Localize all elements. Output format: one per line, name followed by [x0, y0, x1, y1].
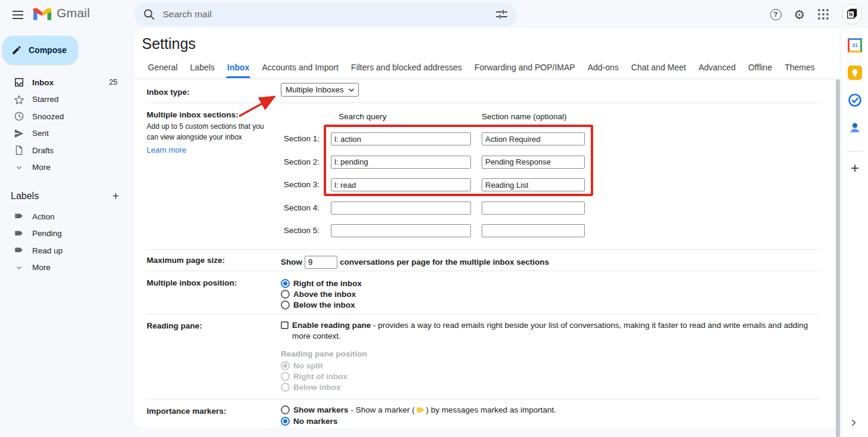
- google-apps-grid-icon[interactable]: [811, 2, 835, 26]
- tab-add-ons[interactable]: Add-ons: [587, 60, 620, 78]
- create-label-plus-icon[interactable]: +: [112, 190, 119, 202]
- collapse-panel-chevron-icon[interactable]: [848, 417, 859, 430]
- hamburger-menu-icon[interactable]: [8, 5, 29, 25]
- select-caret-icon: [349, 88, 354, 92]
- radio-show-markers[interactable]: [281, 405, 290, 414]
- sidebar-item-starred[interactable]: Starred: [0, 91, 134, 109]
- search-bar[interactable]: Search mail: [134, 2, 517, 26]
- learn-more-link[interactable]: Learn more: [147, 145, 281, 154]
- tab-advanced[interactable]: Advanced: [698, 60, 737, 78]
- google-keep-icon[interactable]: [847, 65, 863, 80]
- tab-offline[interactable]: Offline: [747, 60, 773, 78]
- inbox-icon: [13, 76, 25, 88]
- section-3-name-input[interactable]: [482, 178, 585, 191]
- column-header-section-name: Section name (optional): [482, 112, 567, 121]
- sidebar-label-pending[interactable]: Pending: [0, 225, 134, 243]
- clock-icon: [13, 110, 25, 122]
- radio-right-of-inbox-pane: [281, 372, 290, 381]
- svg-text:N: N: [849, 12, 852, 17]
- google-calendar-icon[interactable]: 31: [847, 38, 863, 53]
- notion-cube-icon: N: [845, 8, 858, 21]
- reading-pane-label: Reading pane:: [147, 314, 281, 399]
- get-add-ons-plus-icon[interactable]: +: [851, 161, 859, 175]
- column-header-search-query: Search query: [339, 112, 386, 121]
- pencil-icon: [11, 45, 22, 55]
- brand-name: Gmail: [57, 6, 90, 20]
- multiple-inbox-sections-row: Multiple inbox sections: Add up to 5 cus…: [147, 103, 819, 250]
- vertical-scrollbar[interactable]: [836, 79, 840, 437]
- search-options-icon[interactable]: [494, 8, 509, 21]
- inbox-count: 25: [109, 78, 117, 86]
- tab-labels[interactable]: Labels: [189, 60, 216, 78]
- radio-above-inbox[interactable]: [281, 290, 290, 299]
- importance-markers-row: Importance markers: Show markers - Show …: [147, 399, 819, 428]
- account-avatar[interactable]: N: [842, 4, 862, 24]
- draft-file-icon: [13, 144, 25, 156]
- help-icon[interactable]: ?: [764, 2, 788, 26]
- label-tag-icon: [13, 210, 25, 222]
- label-tag-icon: [13, 244, 25, 256]
- reading-pane-row: Reading pane: Enable reading pane - prov…: [147, 314, 819, 399]
- settings-panel: Settings General Labels Inbox Accounts a…: [134, 29, 839, 428]
- sidebar-item-inbox[interactable]: Inbox 25: [0, 74, 134, 91]
- sidebar-label-read-up[interactable]: Read up: [0, 242, 134, 259]
- page-size-input[interactable]: [305, 256, 337, 269]
- radio-no-split: [281, 361, 290, 370]
- panel-divider: [847, 151, 863, 151]
- section-4-name-input[interactable]: [482, 202, 585, 215]
- compose-button[interactable]: Compose: [2, 36, 78, 64]
- inbox-position-label: Multiple inbox position:: [147, 271, 281, 314]
- radio-right-of-inbox[interactable]: [281, 279, 290, 288]
- sections-description: Add up to 5 custom sections that you can…: [147, 122, 271, 142]
- inbox-type-select[interactable]: Multiple Inboxes: [281, 83, 359, 97]
- tab-themes[interactable]: Themes: [783, 60, 816, 78]
- chevron-down-icon: [13, 162, 25, 173]
- section-2-query-input[interactable]: [331, 156, 471, 169]
- sidebar-item-drafts[interactable]: Drafts: [0, 142, 134, 159]
- left-sidebar: Compose Inbox 25 Starred Snoozed Sent: [0, 29, 134, 437]
- tab-filters[interactable]: Filters and blocked addresses: [350, 60, 463, 78]
- chevron-down-icon: [13, 262, 25, 274]
- tab-chat-and-meet[interactable]: Chat and Meet: [630, 60, 687, 78]
- section-1-name-input[interactable]: [482, 132, 585, 145]
- right-side-panel: 31 +: [842, 29, 868, 437]
- google-tasks-icon[interactable]: [847, 92, 863, 108]
- radio-no-markers[interactable]: [281, 417, 290, 426]
- radio-below-inbox[interactable]: [281, 300, 290, 309]
- importance-markers-label: Importance markers:: [147, 399, 281, 428]
- sidebar-label-action[interactable]: Action: [0, 208, 134, 225]
- star-icon: [13, 94, 25, 106]
- settings-tabs: General Labels Inbox Accounts and Import…: [147, 60, 816, 78]
- section-4-query-input[interactable]: [331, 202, 471, 215]
- multiple-inbox-position-row: Multiple inbox position: Right of the in…: [147, 271, 819, 314]
- settings-gear-icon[interactable]: ⚙: [788, 2, 811, 26]
- section-5-name-input[interactable]: [482, 224, 585, 237]
- gmail-logo: Gmail: [33, 6, 90, 20]
- search-input[interactable]: Search mail: [163, 9, 494, 20]
- enable-reading-pane-checkbox[interactable]: [281, 321, 289, 329]
- section-5-query-input[interactable]: [331, 224, 471, 237]
- sidebar-item-snoozed[interactable]: Snoozed: [0, 108, 134, 125]
- gmail-m-icon: [33, 7, 51, 20]
- tab-forwarding[interactable]: Forwarding and POP/IMAP: [473, 60, 576, 78]
- section-3-query-input[interactable]: [331, 178, 471, 191]
- sidebar-item-more[interactable]: More: [0, 159, 134, 176]
- label-tag-icon: [13, 228, 25, 240]
- tab-inbox[interactable]: Inbox: [226, 60, 250, 78]
- sections-label: Multiple inbox sections:: [147, 110, 281, 119]
- maximum-page-size-row: Maximum page size: Show conversations pe…: [147, 250, 819, 271]
- top-bar: Gmail Search mail ? ⚙ N: [0, 0, 868, 29]
- google-contacts-icon[interactable]: [847, 120, 863, 135]
- max-page-size-label: Maximum page size:: [147, 250, 281, 271]
- send-icon: [13, 128, 25, 140]
- sidebar-labels-more[interactable]: More: [0, 259, 134, 277]
- inbox-type-row: Inbox type: Multiple Inboxes: [147, 79, 819, 103]
- importance-marker-icon: [417, 407, 424, 413]
- section-2-name-input[interactable]: [482, 156, 585, 169]
- tab-general[interactable]: General: [147, 60, 179, 78]
- sidebar-item-sent[interactable]: Sent: [0, 125, 134, 142]
- search-icon[interactable]: [142, 8, 156, 21]
- labels-header: Labels: [11, 191, 39, 202]
- section-1-query-input[interactable]: [331, 132, 471, 145]
- tab-accounts-and-import[interactable]: Accounts and Import: [261, 60, 339, 78]
